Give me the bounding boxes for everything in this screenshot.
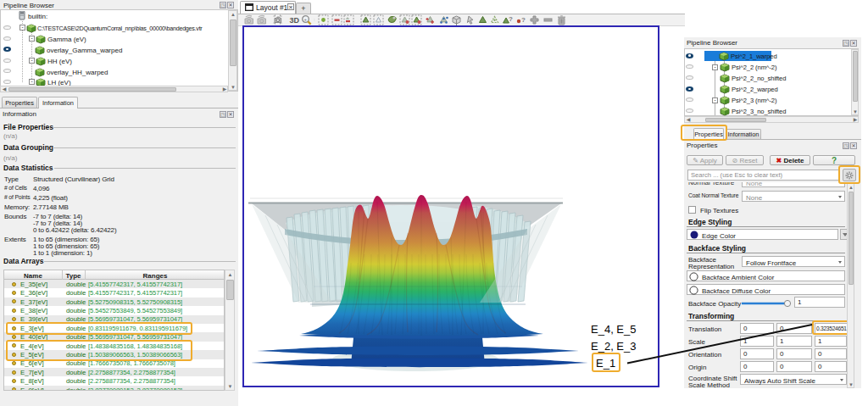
svg-text:3D: 3D: [290, 16, 300, 25]
svg-text:?: ?: [509, 15, 513, 23]
svg-text:+: +: [303, 17, 307, 22]
svg-text:?: ?: [521, 16, 526, 24]
